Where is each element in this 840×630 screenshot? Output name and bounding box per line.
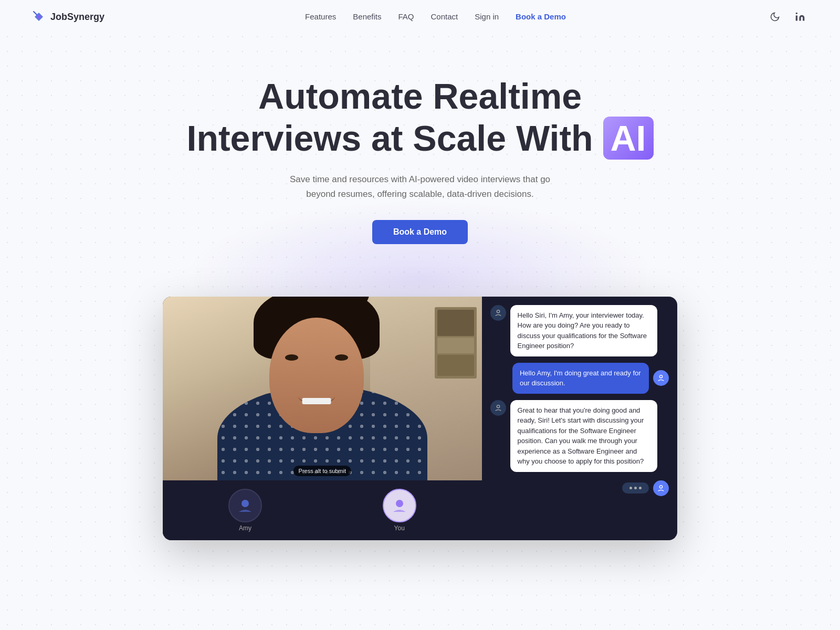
nav-links: Features Benefits FAQ Contact Sign in Bo… [305, 12, 566, 22]
demo-preview: Press alt to submit Amy [163, 297, 677, 540]
video-panel: Press alt to submit Amy [163, 297, 482, 540]
chat-bubble-1: Hello Siri, I'm Amy, your interviewer to… [510, 305, 657, 356]
you-avatar [383, 489, 416, 522]
you-label: You [394, 524, 405, 532]
amy-avatar [228, 489, 262, 522]
hero-section: Automate Realtime Interviews at Scale Wi… [0, 34, 840, 265]
svg-rect-0 [796, 16, 797, 21]
typing-dot-2 [634, 487, 637, 489]
typing-dot-1 [629, 487, 632, 489]
chat-message-3: Great to hear that you're doing good and… [490, 400, 669, 472]
logo-icon [32, 9, 46, 24]
chat-message-1: Hello Siri, I'm Amy, your interviewer to… [490, 305, 669, 356]
chat-panel: Hello Siri, I'm Amy, your interviewer to… [482, 297, 677, 540]
chat-avatar-user-2 [653, 370, 669, 386]
chat-avatar-ai-1 [490, 305, 506, 321]
person-teeth [302, 398, 331, 404]
nav-benefits[interactable]: Benefits [353, 12, 381, 21]
chat-spacer [490, 502, 669, 532]
dark-mode-toggle[interactable] [766, 8, 783, 25]
nav-features[interactable]: Features [305, 12, 336, 21]
ai-badge: AI [603, 117, 654, 160]
hero-title: Automate Realtime Interviews at Scale Wi… [10, 76, 830, 160]
hero-subtitle: Save time and resources with AI-powered … [284, 172, 556, 201]
svg-point-1 [796, 13, 797, 14]
person-face-area [259, 297, 374, 433]
chat-bubble-user-2: Hello Amy, I'm doing great and ready for… [512, 363, 649, 394]
nav-book-demo[interactable]: Book a Demo [516, 12, 566, 21]
bookshelf [435, 307, 477, 379]
chat-avatar-typing [653, 480, 669, 496]
chat-bubble-3: Great to hear that you're doing good and… [510, 400, 657, 472]
hero-title-line2: Interviews at Scale With [186, 118, 593, 158]
svg-point-7 [659, 485, 662, 488]
chat-avatar-ai-3 [490, 400, 506, 416]
hero-book-demo-button[interactable]: Book a Demo [372, 220, 468, 244]
person-right-eye [335, 354, 348, 361]
nav-right [766, 8, 808, 25]
person-left-eye [285, 354, 298, 361]
demo-inner: Press alt to submit Amy [163, 297, 677, 540]
person-face [269, 318, 364, 433]
logo-text: JobSynergy [50, 12, 104, 23]
nav-signin[interactable]: Sign in [475, 12, 499, 21]
svg-point-5 [659, 375, 662, 378]
logo[interactable]: JobSynergy [32, 9, 104, 24]
amy-label: Amy [239, 524, 251, 532]
nav-contact[interactable]: Contact [431, 12, 458, 21]
linkedin-icon[interactable] [792, 8, 808, 25]
hero-title-line1: Automate Realtime [258, 76, 582, 116]
video-frame: Press alt to submit [163, 297, 482, 480]
svg-point-2 [242, 500, 249, 507]
nav-faq[interactable]: FAQ [398, 12, 414, 21]
submit-badge: Press alt to submit [293, 466, 351, 476]
participant-amy: Amy [228, 489, 262, 532]
typing-dots [622, 482, 649, 494]
svg-point-3 [396, 500, 403, 507]
svg-point-4 [497, 310, 499, 312]
video-bottom-bar: Amy You [163, 480, 482, 540]
chat-message-2: Hello Amy, I'm doing great and ready for… [490, 363, 669, 394]
participant-you: You [383, 489, 416, 532]
svg-point-6 [497, 405, 499, 407]
typing-indicator [490, 480, 669, 496]
navbar: JobSynergy Features Benefits FAQ Contact… [0, 0, 840, 34]
typing-dot-3 [639, 487, 642, 489]
